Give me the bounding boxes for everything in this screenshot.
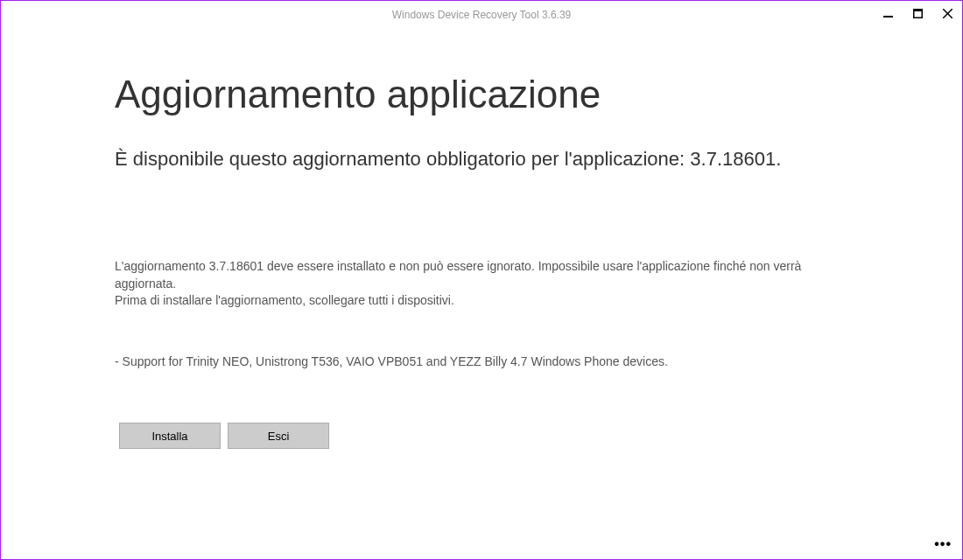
svg-rect-4	[913, 17, 923, 18]
maximize-button[interactable]	[903, 1, 932, 25]
minimize-button[interactable]	[873, 1, 903, 25]
close-icon	[943, 9, 952, 18]
button-row: Installa Esci	[119, 423, 848, 449]
window-controls	[873, 1, 962, 29]
ellipsis-icon: •••	[934, 536, 952, 551]
install-button[interactable]: Installa	[119, 423, 221, 449]
body-text-3: - Support for Trinity NEO, Unistrong T53…	[115, 354, 848, 371]
close-button[interactable]	[932, 1, 962, 25]
maximize-icon	[913, 9, 923, 18]
body-text-2: Prima di installare l'aggiornamento, sco…	[115, 292, 848, 310]
page-subtitle: È disponibile questo aggiornamento obbli…	[115, 148, 848, 171]
body-text-1: L'aggiornamento 3.7.18601 deve essere in…	[115, 258, 848, 292]
content-area: Aggiornamento applicazione È disponibile…	[1, 29, 962, 449]
svg-rect-0	[883, 16, 893, 18]
window-title: Windows Device Recovery Tool 3.6.39	[392, 9, 572, 21]
svg-rect-1	[913, 9, 923, 11]
more-button[interactable]: •••	[934, 536, 952, 552]
titlebar: Windows Device Recovery Tool 3.6.39	[1, 1, 962, 29]
page-title: Aggiornamento applicazione	[115, 73, 848, 116]
minimize-icon	[883, 9, 893, 18]
svg-rect-2	[913, 9, 915, 18]
exit-button[interactable]: Esci	[228, 423, 329, 449]
svg-rect-3	[921, 9, 923, 18]
